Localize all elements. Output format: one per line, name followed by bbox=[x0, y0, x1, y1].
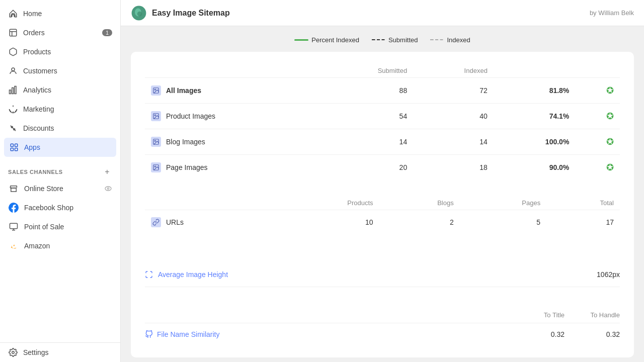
point-of-sale-label: Point of Sale bbox=[24, 223, 112, 231]
similarity-header: To Title To Handle bbox=[145, 307, 620, 323]
blog-images-indexed: 14 bbox=[413, 129, 494, 155]
topbar: Easy Image Sitemap by William Belk bbox=[121, 0, 644, 26]
page-images-pct: 90.0% bbox=[494, 155, 575, 180]
sidebar-item-home-label: Home bbox=[23, 10, 112, 18]
products-icon bbox=[8, 47, 18, 57]
product-images-star: ✪ bbox=[575, 104, 620, 129]
all-images-icon bbox=[151, 85, 161, 96]
svg-point-11 bbox=[105, 187, 111, 191]
page-images-label: Page Images bbox=[151, 162, 313, 172]
sidebar-item-amazon[interactable]: Amazon bbox=[0, 236, 120, 255]
legend-indexed: Indexed bbox=[430, 36, 470, 44]
sidebar-item-apps[interactable]: Apps bbox=[4, 138, 116, 157]
legend-indexed-label: Indexed bbox=[447, 36, 470, 44]
sidebar-item-settings[interactable]: Settings bbox=[0, 343, 120, 362]
page-images-star: ✪ bbox=[575, 155, 620, 180]
urls-col-total: Total bbox=[546, 196, 620, 210]
similarity-to-title: 0.32 bbox=[509, 330, 565, 338]
store-icon bbox=[8, 183, 19, 194]
all-images-label: All Images bbox=[151, 85, 313, 96]
product-images-indexed: 40 bbox=[413, 104, 494, 129]
product-images-submitted: 54 bbox=[319, 104, 414, 129]
pos-icon bbox=[8, 221, 19, 232]
all-images-indexed: 72 bbox=[413, 78, 494, 104]
sales-channels-header: SALES CHANNELS + bbox=[0, 161, 120, 179]
marketing-icon bbox=[8, 104, 18, 114]
svg-point-1 bbox=[12, 68, 15, 71]
urls-pages: 5 bbox=[460, 210, 546, 235]
settings-icon bbox=[8, 347, 18, 357]
sidebar-item-products[interactable]: Products bbox=[0, 42, 120, 61]
sidebar-item-customers-label: Customers bbox=[23, 67, 112, 75]
sidebar-item-discounts-label: Discounts bbox=[23, 124, 112, 132]
page-images-indexed: 18 bbox=[413, 155, 494, 180]
all-images-pct: 81.8% bbox=[494, 78, 575, 104]
legend-percent-label: Percent Indexed bbox=[311, 36, 359, 44]
col-header-label bbox=[145, 64, 319, 78]
table-row: Blog Images 14 14 100.0% ✪ bbox=[145, 129, 620, 155]
images-table: Submitted Indexed bbox=[145, 64, 620, 180]
svg-rect-7 bbox=[11, 144, 13, 146]
sidebar-item-analytics[interactable]: Analytics bbox=[0, 80, 120, 100]
urls-icon bbox=[151, 217, 161, 227]
app-brand: Easy Image Sitemap bbox=[131, 5, 230, 21]
sidebar-item-point-of-sale[interactable]: Point of Sale bbox=[0, 217, 120, 236]
legend-line-submitted bbox=[371, 39, 385, 41]
table-row: Product Images 54 40 74.1% ✪ bbox=[145, 104, 620, 129]
eye-button[interactable] bbox=[104, 185, 112, 193]
urls-products: 10 bbox=[272, 210, 379, 235]
facebook-shop-label: Facebook Shop bbox=[24, 204, 112, 212]
blog-images-pct: 100.0% bbox=[494, 129, 575, 155]
col-header-indexed: Indexed bbox=[413, 64, 494, 78]
sidebar-bottom: Settings bbox=[0, 342, 120, 362]
sidebar: Home Orders 1 Products Customers bbox=[0, 0, 121, 362]
blog-images-star: ✪ bbox=[575, 129, 620, 155]
sidebar-item-customers[interactable]: Customers bbox=[0, 61, 120, 80]
app-author: by William Belk bbox=[590, 9, 634, 17]
legend-submitted-label: Submitted bbox=[388, 36, 418, 44]
discounts-icon bbox=[8, 123, 18, 133]
svg-rect-13 bbox=[10, 223, 18, 229]
col-header-submitted: Submitted bbox=[319, 64, 414, 78]
legend-percent-indexed: Percent Indexed bbox=[294, 36, 359, 44]
product-images-label: Product Images bbox=[151, 111, 313, 121]
analytics-icon bbox=[8, 85, 18, 95]
sidebar-item-marketing[interactable]: Marketing bbox=[0, 100, 120, 119]
all-images-star: ✪ bbox=[575, 78, 620, 104]
blog-images-submitted: 14 bbox=[319, 129, 414, 155]
app-title: Easy Image Sitemap bbox=[152, 9, 230, 18]
sidebar-item-facebook-shop[interactable]: Facebook Shop bbox=[0, 198, 120, 217]
main-content: Easy Image Sitemap by William Belk Perce… bbox=[121, 0, 644, 362]
home-icon bbox=[8, 9, 18, 19]
sidebar-item-products-label: Products bbox=[23, 48, 112, 56]
avg-height-label: Average Image Height bbox=[158, 270, 597, 279]
sidebar-nav: Home Orders 1 Products Customers bbox=[0, 0, 120, 161]
svg-point-14 bbox=[12, 351, 15, 354]
svg-rect-0 bbox=[10, 29, 17, 36]
urls-col-products: Products bbox=[272, 196, 379, 210]
sidebar-item-home[interactable]: Home bbox=[0, 4, 120, 23]
amazon-icon bbox=[8, 240, 19, 251]
apps-icon bbox=[9, 142, 19, 152]
sidebar-item-analytics-label: Analytics bbox=[23, 86, 112, 94]
product-images-icon bbox=[151, 111, 161, 121]
settings-label: Settings bbox=[23, 348, 112, 356]
product-images-pct: 74.1% bbox=[494, 104, 575, 129]
add-channel-button[interactable]: + bbox=[102, 167, 112, 177]
blog-images-label: Blog Images bbox=[151, 137, 313, 147]
sidebar-item-discounts[interactable]: Discounts bbox=[0, 119, 120, 138]
table-row: All Images 88 72 81.8% ✪ bbox=[145, 78, 620, 104]
sidebar-item-orders[interactable]: Orders 1 bbox=[0, 23, 120, 42]
legend-line-percent bbox=[294, 39, 308, 41]
avg-height-section: Average Image Height 1062px bbox=[145, 254, 620, 287]
svg-rect-2 bbox=[10, 90, 11, 94]
avg-height-value: 1062px bbox=[597, 270, 620, 279]
customers-icon bbox=[8, 66, 18, 76]
all-images-submitted: 88 bbox=[319, 78, 414, 104]
amazon-label: Amazon bbox=[24, 242, 112, 250]
blog-images-icon bbox=[151, 137, 161, 147]
legend-submitted: Submitted bbox=[371, 36, 418, 44]
sidebar-item-online-store[interactable]: Online Store bbox=[0, 179, 120, 198]
avg-height-row: Average Image Height 1062px bbox=[145, 262, 620, 287]
svg-rect-3 bbox=[12, 88, 14, 94]
